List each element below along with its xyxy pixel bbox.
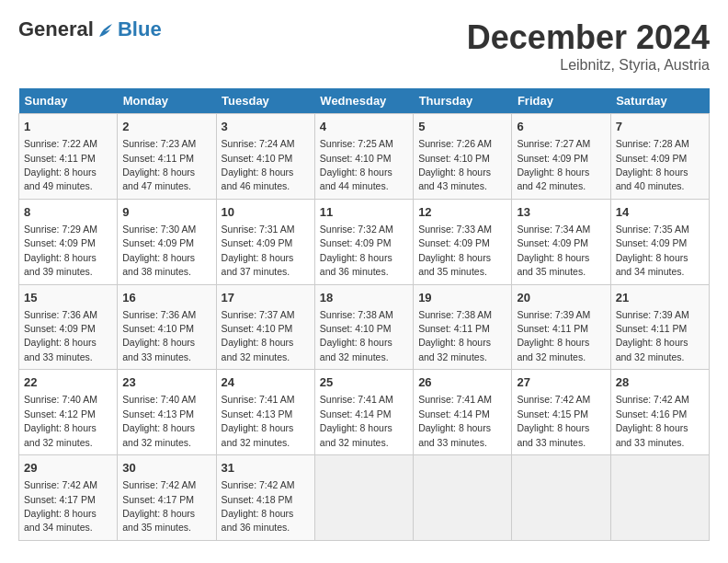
day-info: Sunrise: 7:38 AMSunset: 4:11 PMDaylight:… (418, 309, 492, 362)
day-info: Sunrise: 7:38 AMSunset: 4:10 PMDaylight:… (320, 309, 393, 362)
day-info: Sunrise: 7:42 AMSunset: 4:17 PMDaylight:… (122, 479, 196, 533)
day-number: 31 (222, 460, 310, 477)
calendar-cell: 17 Sunrise: 7:37 AMSunset: 4:10 PMDaylig… (216, 284, 314, 370)
weekday-header-sunday: Sunday (19, 88, 118, 114)
day-info: Sunrise: 7:24 AMSunset: 4:10 PMDaylight:… (222, 138, 295, 191)
calendar-cell: 21 Sunrise: 7:39 AMSunset: 4:11 PMDaylig… (610, 284, 709, 370)
day-number: 9 (122, 204, 210, 221)
day-info: Sunrise: 7:39 AMSunset: 4:11 PMDaylight:… (517, 309, 590, 362)
day-number: 7 (616, 119, 704, 135)
day-info: Sunrise: 7:28 AMSunset: 4:09 PMDaylight:… (616, 138, 689, 191)
location-title: Leibnitz, Styria, Austria (467, 57, 710, 74)
logo-general: General (18, 17, 94, 40)
day-info: Sunrise: 7:33 AMSunset: 4:09 PMDaylight:… (418, 224, 492, 277)
day-info: Sunrise: 7:36 AMSunset: 4:09 PMDaylight:… (24, 309, 97, 362)
logo-bird-icon (96, 20, 116, 40)
day-number: 29 (24, 460, 112, 477)
calendar-cell: 12 Sunrise: 7:33 AMSunset: 4:09 PMDaylig… (414, 199, 512, 284)
day-number: 24 (222, 374, 310, 391)
day-number: 19 (418, 290, 506, 306)
day-info: Sunrise: 7:40 AMSunset: 4:12 PMDaylight:… (24, 394, 97, 447)
day-number: 13 (517, 204, 605, 221)
day-info: Sunrise: 7:32 AMSunset: 4:09 PMDaylight:… (320, 224, 393, 277)
day-info: Sunrise: 7:41 AMSunset: 4:13 PMDaylight:… (222, 394, 295, 447)
day-number: 3 (222, 119, 310, 135)
day-number: 25 (320, 374, 408, 391)
calendar-cell: 28 Sunrise: 7:42 AMSunset: 4:16 PMDaylig… (610, 370, 709, 455)
calendar-cell: 5 Sunrise: 7:26 AMSunset: 4:10 PMDayligh… (414, 114, 512, 200)
day-number: 10 (222, 204, 310, 221)
calendar-cell (314, 455, 413, 541)
weekday-header-thursday: Thursday (414, 88, 512, 114)
day-number: 17 (222, 290, 310, 306)
day-info: Sunrise: 7:30 AMSunset: 4:09 PMDaylight:… (122, 224, 196, 277)
day-number: 1 (24, 119, 112, 135)
day-number: 18 (320, 290, 408, 306)
day-info: Sunrise: 7:42 AMSunset: 4:18 PMDaylight:… (222, 479, 295, 533)
title-area: December 2024 Leibnitz, Styria, Austria (467, 18, 710, 74)
day-info: Sunrise: 7:35 AMSunset: 4:09 PMDaylight:… (616, 224, 689, 277)
weekday-header-friday: Friday (512, 88, 610, 114)
day-number: 5 (418, 119, 506, 135)
calendar-cell: 4 Sunrise: 7:25 AMSunset: 4:10 PMDayligh… (314, 114, 413, 200)
calendar-cell: 19 Sunrise: 7:38 AMSunset: 4:11 PMDaylig… (414, 284, 512, 370)
day-number: 23 (122, 374, 210, 391)
calendar-cell: 14 Sunrise: 7:35 AMSunset: 4:09 PMDaylig… (610, 199, 709, 284)
calendar-cell: 3 Sunrise: 7:24 AMSunset: 4:10 PMDayligh… (216, 114, 314, 200)
day-number: 11 (320, 204, 408, 221)
day-info: Sunrise: 7:31 AMSunset: 4:09 PMDaylight:… (222, 224, 295, 277)
calendar-cell: 23 Sunrise: 7:40 AMSunset: 4:13 PMDaylig… (118, 370, 216, 455)
calendar-cell (610, 455, 709, 541)
day-number: 6 (517, 119, 605, 135)
day-info: Sunrise: 7:39 AMSunset: 4:11 PMDaylight:… (616, 309, 689, 362)
day-info: Sunrise: 7:36 AMSunset: 4:10 PMDaylight:… (122, 309, 196, 362)
day-info: Sunrise: 7:42 AMSunset: 4:15 PMDaylight:… (517, 394, 590, 447)
header: General Blue December 2024 Leibnitz, Sty… (18, 18, 710, 74)
day-info: Sunrise: 7:25 AMSunset: 4:10 PMDaylight:… (320, 138, 393, 191)
day-info: Sunrise: 7:26 AMSunset: 4:10 PMDaylight:… (418, 138, 492, 191)
calendar-table: SundayMondayTuesdayWednesdayThursdayFrid… (18, 88, 710, 541)
day-info: Sunrise: 7:22 AMSunset: 4:11 PMDaylight:… (24, 138, 97, 191)
calendar-cell: 31 Sunrise: 7:42 AMSunset: 4:18 PMDaylig… (216, 455, 314, 541)
day-number: 26 (418, 374, 506, 391)
weekday-header-tuesday: Tuesday (216, 88, 314, 114)
calendar-cell: 6 Sunrise: 7:27 AMSunset: 4:09 PMDayligh… (512, 114, 610, 200)
day-number: 4 (320, 119, 408, 135)
calendar-cell: 24 Sunrise: 7:41 AMSunset: 4:13 PMDaylig… (216, 370, 314, 455)
day-info: Sunrise: 7:42 AMSunset: 4:17 PMDaylight:… (24, 479, 97, 533)
day-number: 30 (122, 460, 210, 477)
day-info: Sunrise: 7:42 AMSunset: 4:16 PMDaylight:… (616, 394, 689, 447)
day-number: 8 (24, 204, 112, 221)
calendar-cell: 20 Sunrise: 7:39 AMSunset: 4:11 PMDaylig… (512, 284, 610, 370)
day-info: Sunrise: 7:41 AMSunset: 4:14 PMDaylight:… (418, 394, 492, 447)
calendar-cell: 25 Sunrise: 7:41 AMSunset: 4:14 PMDaylig… (314, 370, 413, 455)
day-number: 14 (616, 204, 704, 221)
weekday-header-wednesday: Wednesday (314, 88, 413, 114)
calendar-cell: 26 Sunrise: 7:41 AMSunset: 4:14 PMDaylig… (414, 370, 512, 455)
calendar-cell: 18 Sunrise: 7:38 AMSunset: 4:10 PMDaylig… (314, 284, 413, 370)
day-number: 15 (24, 290, 112, 306)
day-info: Sunrise: 7:27 AMSunset: 4:09 PMDaylight:… (517, 138, 590, 191)
day-info: Sunrise: 7:34 AMSunset: 4:09 PMDaylight:… (517, 224, 590, 277)
calendar-cell: 22 Sunrise: 7:40 AMSunset: 4:12 PMDaylig… (19, 370, 118, 455)
day-number: 12 (418, 204, 506, 221)
calendar-cell (414, 455, 512, 541)
calendar-cell: 8 Sunrise: 7:29 AMSunset: 4:09 PMDayligh… (19, 199, 118, 284)
day-number: 2 (122, 119, 210, 135)
day-info: Sunrise: 7:29 AMSunset: 4:09 PMDaylight:… (24, 224, 97, 277)
calendar-cell: 10 Sunrise: 7:31 AMSunset: 4:09 PMDaylig… (216, 199, 314, 284)
day-number: 16 (122, 290, 210, 306)
day-info: Sunrise: 7:37 AMSunset: 4:10 PMDaylight:… (222, 309, 295, 362)
weekday-header-saturday: Saturday (610, 88, 709, 114)
day-number: 27 (517, 374, 605, 391)
calendar-cell: 29 Sunrise: 7:42 AMSunset: 4:17 PMDaylig… (19, 455, 118, 541)
logo-blue: Blue (118, 18, 162, 40)
day-number: 22 (24, 374, 112, 391)
calendar-cell (512, 455, 610, 541)
day-number: 20 (517, 290, 605, 306)
day-info: Sunrise: 7:23 AMSunset: 4:11 PMDaylight:… (122, 138, 196, 191)
calendar-cell: 13 Sunrise: 7:34 AMSunset: 4:09 PMDaylig… (512, 199, 610, 284)
weekday-header-monday: Monday (118, 88, 216, 114)
day-info: Sunrise: 7:40 AMSunset: 4:13 PMDaylight:… (122, 394, 196, 447)
calendar-cell: 2 Sunrise: 7:23 AMSunset: 4:11 PMDayligh… (118, 114, 216, 200)
